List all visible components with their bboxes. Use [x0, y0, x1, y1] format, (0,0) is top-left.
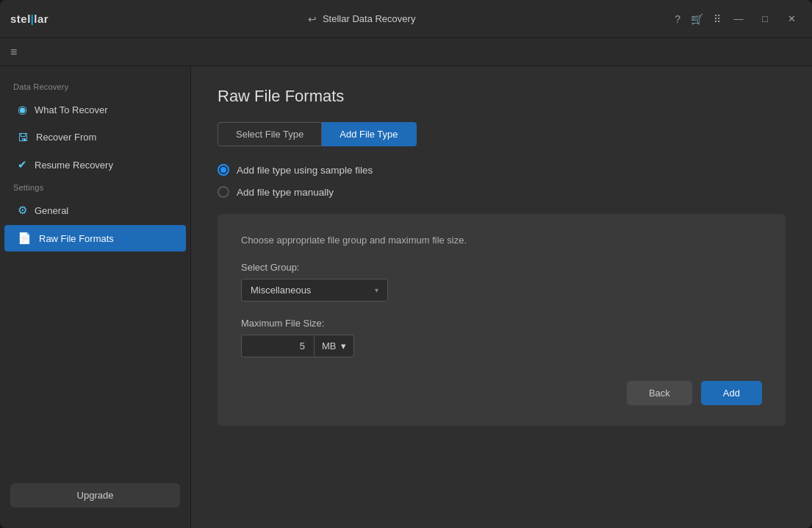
content-area: Raw File Formats Select File Type Add Fi…	[191, 66, 812, 528]
box-footer: Back Add	[241, 381, 762, 405]
raw-file-formats-icon: 📄	[18, 232, 32, 245]
select-group-label: Select Group:	[241, 262, 762, 273]
sidebar-item-label: Raw File Formats	[39, 233, 114, 244]
recover-from-icon: 🖫	[18, 131, 29, 143]
unit-value: MB	[322, 340, 337, 352]
back-button[interactable]: Back	[627, 381, 692, 405]
tab-select-file-type[interactable]: Select File Type	[218, 122, 322, 146]
tab-bar: Select File Type Add File Type	[218, 122, 786, 146]
help-button[interactable]: ?	[675, 14, 680, 24]
sidebar-item-label: General	[35, 205, 68, 216]
logo-text: stel|lar	[10, 13, 48, 25]
select-group-value: Miscellaneous	[251, 285, 311, 296]
page-title: Raw File Formats	[218, 87, 786, 106]
sidebar-item-resume-recovery[interactable]: ✔ Resume Recovery	[4, 151, 186, 178]
max-file-size-label: Maximum File Size:	[241, 318, 762, 329]
content-box-description: Choose appropriate file group and maximu…	[241, 235, 762, 246]
general-icon: ⚙	[18, 204, 27, 217]
file-size-input[interactable]	[241, 335, 315, 357]
radio-manual-label: Add file type manually	[237, 187, 334, 198]
cart-button[interactable]: 🛒	[691, 14, 703, 24]
menubar: ≡	[0, 38, 812, 66]
app-logo: stel|lar	[10, 13, 48, 25]
sidebar-item-what-to-recover[interactable]: ◉ What To Recover	[4, 96, 186, 123]
titlebar-controls: ? 🛒 ⠿	[675, 14, 721, 24]
radio-sample-label: Add file type using sample files	[237, 165, 373, 176]
select-group-arrow-icon: ▾	[375, 286, 378, 294]
content-box: Choose appropriate file group and maximu…	[218, 214, 786, 426]
sidebar-item-label: Recover From	[36, 132, 96, 143]
what-to-recover-icon: ◉	[18, 103, 27, 116]
titlebar-center: ↩ Stellar Data Recovery	[48, 13, 675, 25]
sidebar-item-raw-file-formats[interactable]: 📄 Raw File Formats	[4, 225, 186, 251]
titlebar: stel|lar ↩ Stellar Data Recovery ? 🛒 ⠿ —…	[0, 0, 812, 38]
sidebar-section-settings: Settings	[0, 179, 190, 196]
sidebar-item-recover-from[interactable]: 🖫 Recover From	[4, 124, 186, 150]
add-button[interactable]: Add	[701, 381, 762, 405]
radio-sample-input[interactable]	[218, 164, 229, 176]
unit-arrow-icon: ▾	[341, 340, 346, 352]
select-group-dropdown[interactable]: Miscellaneous ▾	[241, 279, 388, 302]
file-size-row: MB ▾	[241, 335, 762, 357]
sidebar-item-general[interactable]: ⚙ General	[4, 197, 186, 224]
window-title: Stellar Data Recovery	[323, 13, 415, 24]
select-group-row: Miscellaneous ▾	[241, 279, 762, 302]
sidebar-item-label: Resume Recovery	[35, 160, 113, 171]
close-button[interactable]: ✕	[781, 9, 802, 29]
sidebar-item-label: What To Recover	[35, 104, 107, 115]
unit-select-dropdown[interactable]: MB ▾	[315, 335, 354, 357]
minimize-button[interactable]: —	[728, 9, 749, 29]
window-controls: — □ ✕	[728, 9, 802, 29]
sidebar-section-data-recovery: Data Recovery	[0, 78, 190, 96]
main-layout: Data Recovery ◉ What To Recover 🖫 Recove…	[0, 66, 812, 528]
grid-button[interactable]: ⠿	[714, 14, 721, 24]
back-arrow-icon: ↩	[308, 13, 317, 25]
app-window: stel|lar ↩ Stellar Data Recovery ? 🛒 ⠿ —…	[0, 0, 812, 528]
radio-manual-input[interactable]	[218, 186, 229, 198]
tab-add-file-type[interactable]: Add File Type	[322, 122, 416, 146]
radio-group: Add file type using sample files Add fil…	[218, 164, 786, 198]
resume-recovery-icon: ✔	[18, 158, 27, 171]
upgrade-button[interactable]: Upgrade	[10, 483, 180, 507]
hamburger-icon[interactable]: ≡	[10, 46, 17, 59]
maximize-button[interactable]: □	[755, 9, 775, 29]
radio-option-manual[interactable]: Add file type manually	[218, 186, 786, 198]
sidebar: Data Recovery ◉ What To Recover 🖫 Recove…	[0, 66, 191, 528]
radio-option-sample[interactable]: Add file type using sample files	[218, 164, 786, 176]
